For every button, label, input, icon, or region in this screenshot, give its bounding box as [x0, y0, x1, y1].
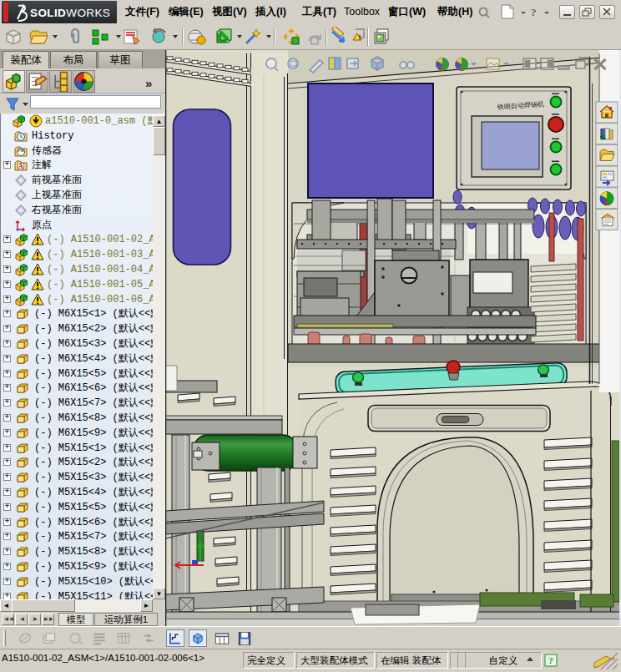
- svg-text:?: ?: [531, 6, 537, 18]
- svg-text:?: ?: [548, 655, 553, 665]
- svg-text:!: !: [359, 34, 361, 40]
- svg-text:A: A: [18, 163, 23, 170]
- svg-text:SOLIDWORKS: SOLIDWORKS: [30, 7, 110, 19]
